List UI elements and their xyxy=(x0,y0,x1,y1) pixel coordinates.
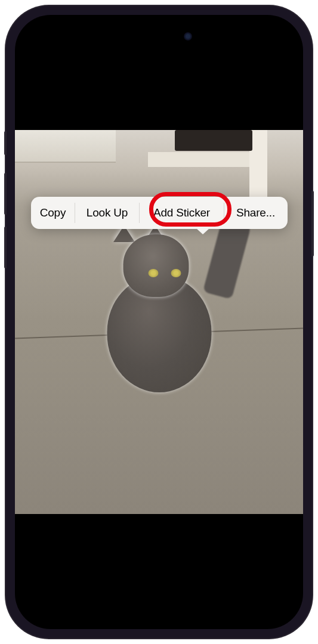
volume-down-button xyxy=(4,227,7,268)
cat-eye xyxy=(171,269,181,277)
photo-viewer[interactable]: Copy Look Up Add Sticker Share... xyxy=(15,130,303,514)
dynamic-island xyxy=(121,26,198,47)
cat-head xyxy=(123,234,189,297)
lookup-button[interactable]: Look Up xyxy=(75,197,140,229)
front-camera-icon xyxy=(184,32,192,41)
phone-screen: Copy Look Up Add Sticker Share... xyxy=(15,15,303,629)
iphone-device-frame: Copy Look Up Add Sticker Share... xyxy=(6,6,312,638)
share-button[interactable]: Share... xyxy=(224,197,288,229)
photo-subject-cat[interactable] xyxy=(97,222,222,395)
cat-eye xyxy=(148,269,158,277)
silent-switch xyxy=(4,131,7,155)
power-button xyxy=(311,191,314,256)
photo-object-element xyxy=(175,130,252,151)
photo-wall-element xyxy=(15,130,116,163)
copy-button[interactable]: Copy xyxy=(31,197,75,229)
add-sticker-button[interactable]: Add Sticker xyxy=(140,197,224,229)
subject-context-menu: Copy Look Up Add Sticker Share... xyxy=(31,197,288,229)
photo-background: Copy Look Up Add Sticker Share... xyxy=(15,130,303,514)
volume-up-button xyxy=(4,173,7,215)
